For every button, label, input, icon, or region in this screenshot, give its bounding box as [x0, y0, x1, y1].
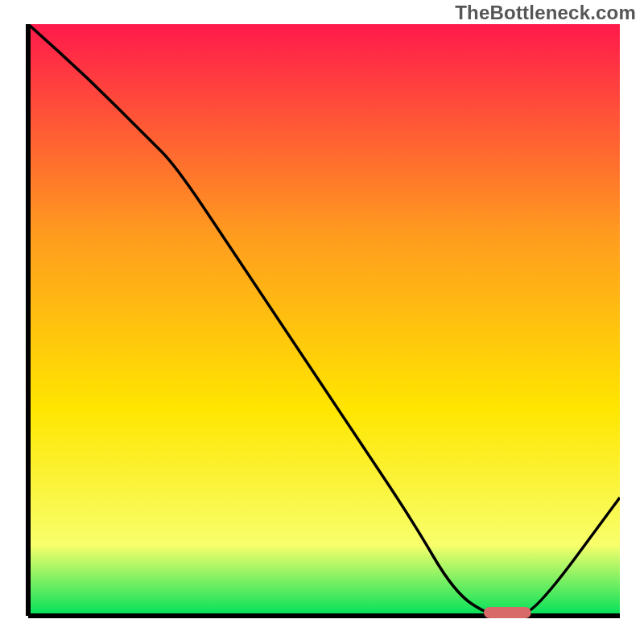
- watermark-text: TheBottleneck.com: [455, 2, 636, 24]
- chart-frame: TheBottleneck.com: [0, 0, 644, 644]
- chart-svg: [24, 24, 620, 620]
- gradient-background: [28, 24, 620, 616]
- optimal-marker: [484, 607, 531, 618]
